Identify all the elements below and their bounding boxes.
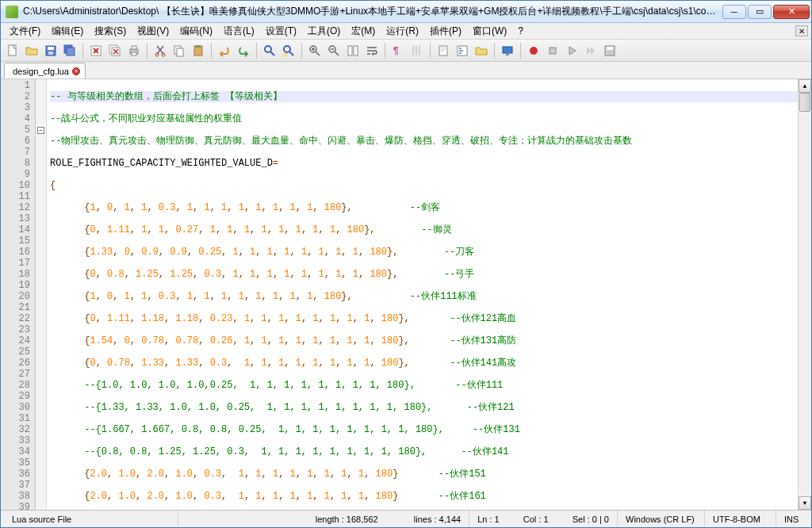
maximize-button[interactable]: ▭ [748, 5, 772, 19]
find-icon[interactable] [261, 42, 278, 59]
code-line: --{1.0, 1.0, 1.0, 1.0,0.25, 1, 1, 1, 1, … [50, 380, 503, 391]
menubar-close-icon[interactable]: ✕ [795, 25, 808, 36]
status-filetype: Lua source File [4, 511, 178, 527]
monitor-icon[interactable] [499, 42, 516, 59]
window-titlebar: C:\Users\Administrator\Desktop\ 【长生诀】唯美修… [1, 1, 811, 23]
menu-plugins[interactable]: 插件(P) [424, 23, 467, 40]
code-area[interactable]: -- 与等级相关的数组，后面会打上标签 【等级相关】 --战斗公式，不同职业对应… [47, 79, 798, 510]
menu-help[interactable]: ? [512, 24, 529, 38]
new-file-icon[interactable] [4, 42, 21, 59]
svg-rect-17 [196, 45, 201, 48]
print-icon[interactable] [125, 42, 143, 59]
toolbar-separator [494, 43, 495, 59]
menu-language[interactable]: 语言(L) [218, 23, 260, 40]
menu-tools[interactable]: 工具(O) [302, 23, 346, 40]
play-multi-icon[interactable] [582, 42, 599, 59]
record-macro-icon[interactable] [525, 42, 542, 59]
scroll-down-icon[interactable]: ▼ [799, 496, 811, 510]
svg-rect-3 [48, 52, 53, 55]
tab-close-icon[interactable]: × [72, 67, 80, 75]
play-macro-icon[interactable] [563, 42, 580, 59]
editor: 12345678910 11121314151617181920 2122232… [1, 79, 811, 510]
function-list-icon[interactable] [454, 42, 471, 59]
toolbar-separator [301, 43, 302, 59]
close-file-icon[interactable] [87, 42, 105, 59]
toolbar-separator [520, 43, 521, 59]
fold-toggle-icon[interactable]: − [37, 127, 44, 134]
menu-window[interactable]: 窗口(W) [467, 23, 512, 40]
code-line: -- 与等级相关的数组，后面会打上标签 【等级相关】 [50, 91, 282, 102]
svg-rect-27 [441, 48, 446, 48]
tabbar: design_cfg.lua × [1, 62, 811, 79]
code-line: {2.0, 1.0, 2.0, 1.0, 0.3, 1, 1, 1, 1, 1,… [50, 469, 798, 480]
svg-point-18 [265, 46, 271, 52]
window-controls: ─ ▭ ✕ [721, 5, 810, 19]
code-line: {1.33, 0, 0.9, 0.9, 0.25, 1, 1, 1, 1, 1,… [50, 247, 798, 258]
svg-point-19 [284, 46, 290, 52]
toolbar-separator [430, 43, 431, 59]
undo-icon[interactable] [216, 42, 233, 59]
code-line: {1, 0, 1, 1, 0.3, 1, 1, 1, 1, 1, 1, 1, 1… [50, 291, 798, 302]
close-button[interactable]: ✕ [773, 5, 810, 19]
save-all-icon[interactable] [61, 42, 79, 59]
svg-rect-32 [506, 54, 509, 55]
menu-file[interactable]: 文件(F) [4, 23, 46, 40]
toolbar-separator [256, 43, 257, 59]
toolbar-separator [147, 43, 147, 59]
minimize-button[interactable]: ─ [722, 5, 746, 19]
svg-rect-15 [177, 48, 183, 56]
code-line: {0, 1.11, 1.18, 1.18, 0.23, 1, 1, 1, 1, … [50, 313, 798, 324]
zoom-out-icon[interactable] [325, 42, 343, 59]
save-icon[interactable] [42, 42, 59, 59]
menu-settings[interactable]: 设置(T) [260, 23, 302, 40]
status-insert-mode[interactable]: INS [776, 511, 808, 527]
code-line: {0, 1.11, 1, 1, 0.27, 1, 1, 1, 1, 1, 1, … [50, 224, 798, 235]
copy-icon[interactable] [170, 42, 188, 59]
toolbar-separator [82, 43, 83, 59]
save-macro-icon[interactable] [601, 42, 619, 59]
menu-view[interactable]: 视图(V) [132, 23, 174, 40]
svg-rect-5 [67, 48, 75, 55]
tab-label: design_cfg.lua [13, 67, 69, 76]
code-line: {2.0, 1.0, 2.0, 1.0, 0.3, 1, 1, 1, 1, 1,… [50, 491, 798, 502]
svg-rect-0 [9, 45, 16, 55]
scroll-up-icon[interactable]: ▲ [799, 79, 811, 93]
svg-rect-34 [550, 48, 556, 54]
zoom-in-icon[interactable] [306, 42, 324, 59]
code-line: --{1.667, 1.667, 0.8, 0.8, 0.25, 1, 1, 1… [50, 424, 520, 435]
menu-edit[interactable]: 编辑(E) [46, 23, 89, 40]
status-encoding[interactable]: UTF-8-BOM [705, 511, 776, 527]
line-number-gutter: 12345678910 11121314151617181920 2122232… [1, 79, 36, 510]
stop-macro-icon[interactable] [544, 42, 561, 59]
menu-run[interactable]: 运行(R) [381, 23, 424, 40]
svg-rect-11 [132, 52, 136, 55]
menu-search[interactable]: 搜索(S) [89, 23, 132, 40]
status-length: length : 168,562 lines : 4,144 [178, 511, 469, 527]
show-chars-icon[interactable]: ¶ [389, 42, 407, 59]
sync-scroll-icon[interactable] [344, 42, 362, 59]
open-file-icon[interactable] [23, 42, 40, 59]
doc-map-icon[interactable] [435, 42, 452, 59]
menu-macro[interactable]: 宏(M) [346, 23, 381, 40]
vertical-scrollbar[interactable]: ▲ ▼ [798, 79, 811, 510]
scroll-thumb[interactable] [799, 93, 810, 112]
redo-icon[interactable] [235, 42, 252, 59]
replace-icon[interactable] [280, 42, 297, 59]
menu-encoding[interactable]: 编码(N) [174, 23, 218, 40]
status-eol[interactable]: Windows (CR LF) [618, 511, 705, 527]
svg-rect-29 [441, 51, 444, 52]
scroll-track[interactable] [799, 93, 811, 496]
tab-active[interactable]: design_cfg.lua × [4, 63, 86, 78]
menubar: 文件(F) 编辑(E) 搜索(S) 视图(V) 编码(N) 语言(L) 设置(T… [1, 23, 811, 40]
cut-icon[interactable] [151, 42, 169, 59]
indent-guide-icon[interactable] [408, 42, 426, 59]
code-line: ROLE_FIGHTING_CAPACITY_WEIGHTED_VALUE_D [50, 158, 273, 169]
paste-icon[interactable] [190, 42, 207, 59]
app-icon [6, 6, 18, 18]
fold-gutter: − [36, 79, 47, 510]
close-all-icon[interactable] [106, 42, 124, 59]
wordwrap-icon[interactable] [363, 42, 381, 59]
folder-icon[interactable] [473, 42, 490, 59]
svg-rect-23 [348, 46, 352, 55]
svg-rect-24 [354, 46, 358, 55]
